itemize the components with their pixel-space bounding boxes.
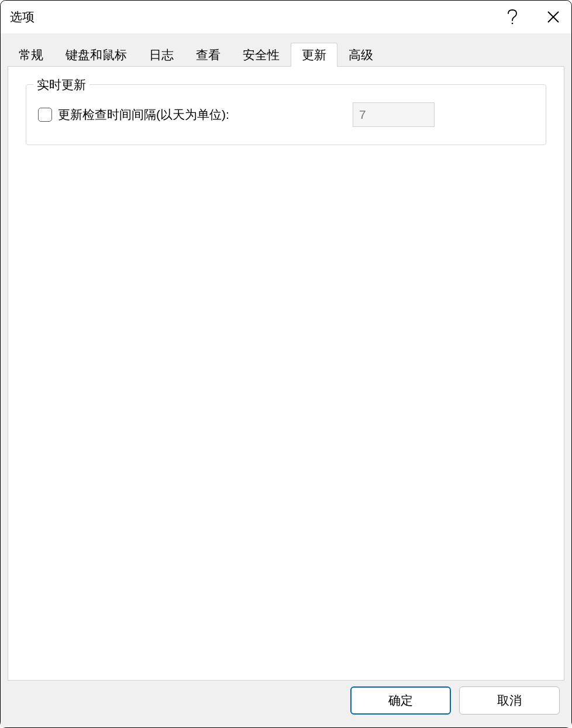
window-title: 选项: [10, 9, 504, 25]
options-dialog: 选项 常规 键盘和鼠标 日志 查看 安全性: [0, 0, 572, 728]
tab-update[interactable]: 更新: [291, 43, 337, 67]
close-icon[interactable]: [545, 8, 562, 26]
tab-container: 常规 键盘和鼠标 日志 查看 安全性 更新 高级 实时更新 更新检查时间间隔(以…: [8, 43, 564, 681]
dialog-footer: 确定 取消: [8, 681, 564, 720]
tab-log[interactable]: 日志: [138, 43, 185, 66]
update-interval-input[interactable]: [353, 102, 435, 127]
tabs: 常规 键盘和鼠标 日志 查看 安全性 更新 高级: [8, 43, 564, 66]
tab-view[interactable]: 查看: [185, 43, 232, 66]
tab-general[interactable]: 常规: [8, 43, 54, 66]
svg-point-0: [512, 23, 514, 25]
update-interval-label: 更新检查时间间隔(以天为单位):: [58, 107, 229, 123]
ok-button[interactable]: 确定: [350, 686, 451, 715]
tab-content-update: 实时更新 更新检查时间间隔(以天为单位):: [8, 66, 564, 681]
groupbox-realtime-update: 实时更新 更新检查时间间隔(以天为单位):: [26, 84, 546, 145]
help-icon[interactable]: [504, 8, 521, 26]
tab-advanced[interactable]: 高级: [337, 43, 384, 66]
titlebar-buttons: [504, 8, 562, 26]
update-interval-row: 更新检查时间间隔(以天为单位):: [38, 102, 534, 127]
groupbox-title: 实时更新: [33, 77, 89, 93]
cancel-button[interactable]: 取消: [459, 686, 560, 715]
client-area: 常规 键盘和鼠标 日志 查看 安全性 更新 高级 实时更新 更新检查时间间隔(以…: [1, 33, 571, 727]
update-interval-checkbox[interactable]: [38, 108, 52, 122]
tab-security[interactable]: 安全性: [232, 43, 291, 66]
tab-keyboard-mouse[interactable]: 键盘和鼠标: [54, 43, 138, 66]
titlebar: 选项: [1, 1, 571, 33]
